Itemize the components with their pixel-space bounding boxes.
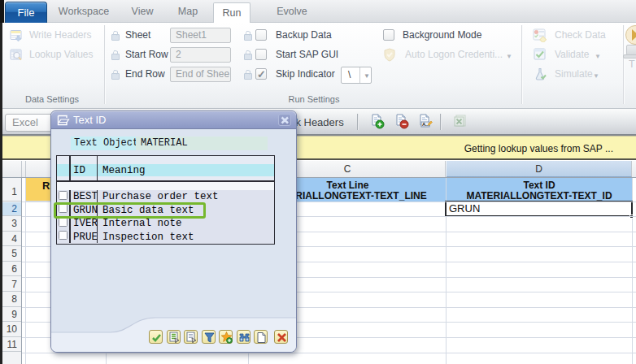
group-label-data-settings: Data Settings — [25, 93, 79, 106]
screen-edge-top — [0, 0, 4, 23]
file-tab[interactable]: File — [5, 2, 47, 23]
find-button[interactable] — [237, 330, 250, 344]
column-header-a[interactable] — [23, 161, 26, 177]
row-checkbox[interactable] — [59, 191, 68, 200]
table-row-prue[interactable]: PRUE Inspection text — [57, 231, 274, 245]
check-data-icon — [533, 28, 547, 46]
write-headers-icon — [10, 29, 23, 46]
column-header-e[interactable] — [633, 161, 636, 177]
ribbon: Data Settings Run Settings Write Headers… — [0, 23, 636, 109]
end-row-field-label: End Row — [125, 68, 165, 80]
table-header-highlight — [57, 164, 274, 176]
lookup-values-icon — [10, 49, 23, 65]
row-header-2[interactable]: 2 — [0, 202, 21, 217]
dialog-window-icon — [57, 115, 71, 129]
row-header-3[interactable]: 3 — [0, 217, 21, 232]
row-header-8[interactable]: 8 — [0, 292, 21, 307]
text-object-label: Text Object — [71, 136, 142, 150]
table-empty-row — [57, 182, 274, 190]
row-checkbox[interactable] — [59, 218, 68, 227]
validate-icon — [534, 48, 547, 64]
cancel-button[interactable] — [274, 330, 288, 344]
row-header-column: 1234567891011 — [0, 178, 22, 364]
remove-document-icon[interactable] — [394, 114, 409, 132]
text-object-value: MATERIAL — [136, 136, 268, 150]
excel-export-icon[interactable] — [453, 114, 468, 132]
end-row-input[interactable]: End of Shee — [170, 67, 231, 82]
auto-logon-button[interactable]: Auto Logon Credenti... — [405, 49, 503, 60]
table-meaning-header: Meaning — [102, 165, 146, 176]
row-header-1[interactable]: 1 — [0, 178, 21, 202]
tab-map[interactable]: Map — [178, 0, 198, 23]
cell-d1[interactable]: Text ID MATERIALLONGTEXT-TEXT_ID — [447, 178, 632, 202]
dialog-title-bar[interactable]: Text ID — [51, 111, 296, 129]
group-separator — [104, 25, 105, 104]
group-separator — [521, 25, 522, 104]
background-mode-checkbox[interactable] — [383, 29, 394, 41]
ribbon-tab-bar: File Workspace View Map Run Evolve — [0, 0, 636, 23]
lock-icon — [111, 50, 119, 59]
start-sap-gui-label: Start SAP GUI — [276, 49, 338, 60]
toolbar-separator — [440, 114, 441, 130]
table-id-header: ID — [73, 165, 85, 176]
table-row-iver[interactable]: IVER Internal note — [57, 217, 274, 231]
check-data-button[interactable]: Check Data — [555, 29, 606, 41]
row-header-10[interactable]: 10 — [0, 323, 21, 337]
select-all-corner[interactable] — [0, 161, 22, 177]
validate-button[interactable]: Validate — [555, 49, 589, 60]
list-button[interactable] — [184, 330, 198, 344]
text-id-dialog: Text ID Text Object MATERIAL ID Meaning … — [50, 110, 297, 353]
skip-indicator-dropdown[interactable]: \ ▼ — [341, 67, 372, 84]
filter-button[interactable] — [202, 330, 216, 344]
backup-data-checkbox[interactable] — [255, 29, 267, 41]
start-sap-gui-checkbox[interactable] — [255, 49, 267, 60]
background-mode-label: Background Mode — [403, 29, 481, 41]
group-separator — [623, 25, 624, 104]
new-page-button[interactable] — [254, 330, 268, 344]
status-message: Getting lookup values from SAP ... — [464, 143, 613, 154]
lookup-values-button[interactable]: Lookup Values — [29, 49, 94, 60]
add-favorite-button[interactable] — [219, 330, 233, 344]
row-header-5[interactable]: 5 — [0, 247, 21, 262]
chevron-down-icon: ▼ — [506, 53, 512, 60]
gridline — [25, 178, 26, 364]
tab-view[interactable]: View — [132, 0, 154, 23]
tab-evolve[interactable]: Evolve — [277, 0, 307, 23]
highlight-annotation — [54, 202, 206, 219]
tab-workspace[interactable]: Workspace — [59, 0, 109, 23]
lock-icon — [111, 69, 119, 79]
copy-list-button[interactable] — [167, 330, 181, 344]
row-header-7[interactable]: 7 — [0, 278, 21, 292]
add-document-icon[interactable] — [370, 114, 385, 132]
play-triangle-icon — [632, 29, 636, 41]
text-id-table: ID Meaning BEST Purchase order text GRUN… — [56, 155, 275, 245]
skip-indicator-label: Skip Indicator — [276, 68, 335, 80]
row-header-11[interactable]: 11 — [0, 338, 21, 353]
lock-icon — [243, 50, 251, 59]
toolbar-separator — [357, 114, 358, 130]
edit-document-icon[interactable]: A... — [418, 114, 433, 132]
backup-data-label: Backup Data — [276, 29, 332, 41]
lock-icon — [243, 69, 251, 79]
sheet-input[interactable]: Sheet1 — [170, 28, 231, 43]
tab-run[interactable]: Run — [213, 2, 250, 24]
screen-edge — [0, 0, 2, 364]
simulate-button[interactable]: Simulate — [555, 68, 593, 80]
dialog-close-button[interactable] — [278, 114, 291, 126]
active-cell-d2[interactable]: GRUN — [445, 201, 633, 217]
column-header-d[interactable]: D — [447, 161, 632, 177]
sheet-field-label: Sheet — [125, 29, 150, 41]
ok-button[interactable] — [149, 330, 163, 344]
write-headers-button[interactable]: Write Headers — [29, 29, 91, 41]
row-header-9[interactable]: 9 — [0, 308, 21, 323]
lock-icon — [111, 30, 119, 40]
row-checkbox[interactable] — [59, 231, 68, 240]
dropdown-arrow-segment[interactable]: ▼ — [359, 67, 372, 83]
skip-indicator-checkbox[interactable]: ✓ — [255, 68, 267, 80]
simulate-icon — [534, 67, 547, 84]
row-header-4[interactable]: 4 — [0, 232, 21, 247]
row-header-6[interactable]: 6 — [0, 262, 21, 277]
lock-icon — [243, 30, 251, 40]
start-row-input[interactable]: 2 — [170, 47, 231, 63]
partial-button-label: T — [629, 58, 635, 70]
